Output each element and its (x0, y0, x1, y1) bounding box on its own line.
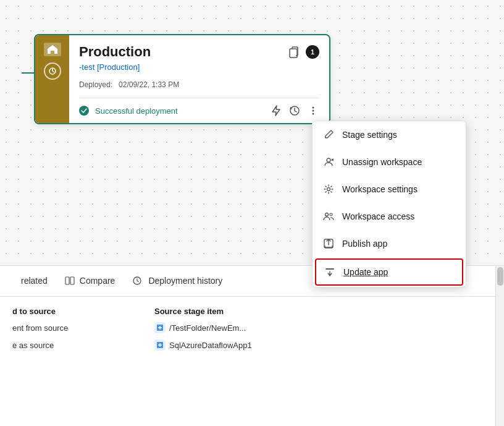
menu-item-unassign-workspace[interactable]: Unassign workspace (313, 148, 466, 176)
table-header: d to source Source stage item (12, 307, 492, 316)
card-header-icons: 1 (287, 45, 319, 59)
compare-label: Compare (80, 276, 116, 286)
compare-icon-inline (65, 275, 76, 286)
footer-icons (270, 104, 319, 117)
svg-point-16 (327, 188, 330, 191)
card-deployed: Deployed: 02/09/22, 1:33 PM (79, 80, 319, 89)
source-icon-1 (154, 322, 166, 333)
history-tab-icon (132, 275, 145, 286)
source-icon-2 (154, 339, 166, 351)
notification-badge: 1 (306, 45, 319, 59)
card-subtitle: -test [Production] (79, 62, 319, 72)
workspace-access-label: Workspace access (342, 211, 414, 221)
menu-item-stage-settings[interactable]: Stage settings (313, 121, 466, 148)
stage-settings-label: Stage settings (342, 130, 397, 140)
tab-compare[interactable]: Compare (56, 266, 124, 296)
tab-related[interactable]: related (12, 266, 56, 296)
card-title: Production (79, 44, 151, 60)
svg-rect-8 (65, 277, 69, 284)
scrollbar[interactable] (495, 266, 504, 426)
card-sidebar (35, 35, 69, 123)
svg-point-18 (330, 213, 332, 216)
table-row: e as source SqlAzureDataflowApp1 (12, 339, 492, 351)
menu-item-update-app[interactable]: Update app (315, 258, 463, 286)
row1-col1: ent from source (12, 323, 148, 333)
production-card-wrapper: Production 1 -test [Production] Deployed… (34, 34, 330, 124)
update-app-label: Update app (343, 267, 388, 277)
card-content: Production 1 -test [Production] Deployed… (69, 35, 329, 123)
bolt-icon[interactable] (270, 104, 282, 117)
row2-col2-text: SqlAzureDataflowApp1 (169, 341, 252, 350)
col1-header: d to source (12, 307, 148, 316)
export-icon (322, 237, 335, 250)
row2-col1: e as source (12, 341, 148, 350)
sidebar-circle-icon (44, 62, 61, 80)
edit-icon (322, 129, 335, 141)
unassign-icon (322, 156, 335, 168)
people-icon (322, 210, 335, 223)
publish-app-label: Publish app (342, 239, 387, 249)
unassign-workspace-label: Unassign workspace (342, 157, 422, 167)
copy-icon[interactable] (287, 45, 301, 59)
workspace-settings-label: Workspace settings (342, 184, 418, 194)
menu-item-publish-app[interactable]: Publish app (313, 230, 466, 257)
col2-header: Source stage item (154, 307, 492, 316)
production-card: Production 1 -test [Production] Deployed… (34, 34, 330, 124)
deployed-label: Deployed: (79, 80, 112, 89)
more-icon[interactable] (307, 104, 319, 117)
sidebar-home-icon (44, 43, 61, 56)
related-label: related (21, 276, 48, 286)
history-icon[interactable] (288, 104, 301, 117)
svg-rect-3 (290, 49, 297, 58)
card-footer: Successful deployment (79, 98, 319, 123)
table-area: d to source Source stage item ent from s… (0, 297, 504, 367)
success-dot (79, 106, 89, 116)
svg-point-6 (313, 110, 314, 112)
svg-point-13 (327, 158, 330, 162)
menu-item-workspace-access[interactable]: Workspace access (313, 203, 466, 230)
row1-col2: /TestFolder/NewEm... (154, 322, 492, 333)
svg-rect-9 (70, 277, 74, 284)
tab-deployment-history[interactable]: Deployment history (124, 266, 231, 296)
context-menu: Stage settings Unassign workspace Worksp… (312, 121, 466, 288)
deployed-date: 02/09/22, 1:33 PM (119, 80, 179, 89)
success-text: Successful deployment (95, 106, 264, 116)
row1-col2-text: /TestFolder/NewEm... (169, 323, 246, 333)
svg-line-2 (52, 71, 54, 72)
svg-point-5 (313, 107, 314, 109)
card-header: Production 1 (79, 44, 319, 60)
scrollbar-thumb[interactable] (497, 267, 503, 286)
row2-col2: SqlAzureDataflowApp1 (154, 339, 492, 351)
menu-item-workspace-settings[interactable]: Workspace settings (313, 176, 466, 203)
table-row: ent from source /TestFolder/NewEm... (12, 322, 492, 333)
svg-point-7 (313, 113, 314, 115)
upload-icon (324, 266, 336, 278)
gear-icon (322, 183, 335, 195)
deployment-history-label: Deployment history (148, 276, 222, 286)
svg-point-17 (326, 213, 329, 216)
